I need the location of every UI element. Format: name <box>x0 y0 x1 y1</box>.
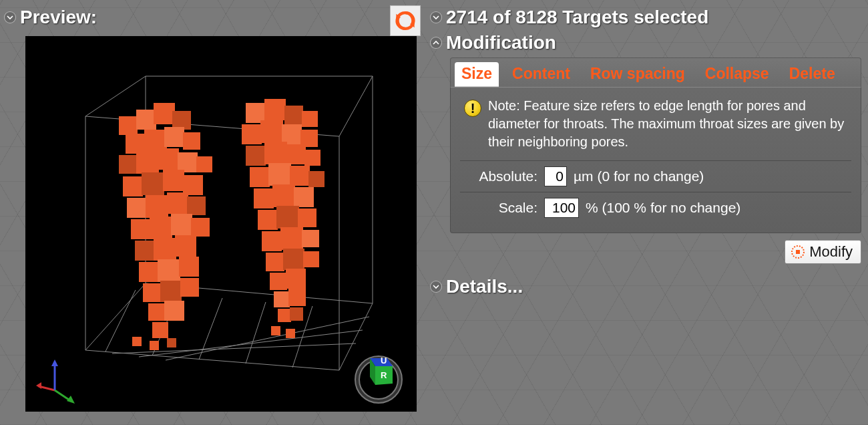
svg-rect-52 <box>250 167 270 187</box>
svg-rect-62 <box>262 231 282 251</box>
view-cube[interactable]: U R <box>350 346 407 404</box>
tab-row-spacing[interactable]: Row spacing <box>584 62 692 87</box>
svg-rect-56 <box>254 188 274 208</box>
svg-rect-72 <box>278 309 291 322</box>
svg-rect-57 <box>272 184 295 207</box>
tab-content[interactable]: Content <box>505 62 577 87</box>
tab-collapse[interactable]: Collapse <box>698 62 776 87</box>
svg-rect-48 <box>246 146 266 166</box>
chevron-down-icon[interactable] <box>430 11 442 23</box>
absolute-label: Absolute: <box>464 168 537 184</box>
svg-rect-40 <box>246 103 266 123</box>
svg-rect-22 <box>150 217 172 239</box>
svg-rect-8 <box>119 155 138 174</box>
svg-rect-7 <box>183 132 200 150</box>
axis-gizmo[interactable] <box>35 357 81 404</box>
svg-marker-77 <box>36 382 41 389</box>
chevron-up-icon[interactable] <box>430 37 442 49</box>
modification-header[interactable]: Modification <box>430 32 861 53</box>
note-text: Note: Feature size refers to edge length… <box>488 97 847 151</box>
svg-rect-66 <box>283 249 304 270</box>
scale-row: Scale: % (100 % for no change) <box>460 192 851 223</box>
preview-viewport[interactable]: U R <box>25 36 417 412</box>
svg-rect-55 <box>308 171 324 187</box>
targets-selected-label: 2714 of 8128 Targets selected <box>446 7 708 28</box>
svg-rect-50 <box>286 144 306 164</box>
targets-header[interactable]: 2714 of 8128 Targets selected <box>430 7 861 28</box>
preview-title-text: Preview: <box>20 7 97 28</box>
svg-rect-75 <box>286 329 295 338</box>
svg-rect-26 <box>154 238 176 261</box>
svg-rect-73 <box>290 307 303 321</box>
svg-rect-23 <box>171 214 192 235</box>
svg-rect-33 <box>180 278 199 297</box>
svg-rect-21 <box>131 219 151 239</box>
details-header[interactable]: Details... <box>430 276 861 297</box>
svg-rect-68 <box>270 273 287 290</box>
svg-rect-6 <box>164 127 184 147</box>
svg-rect-60 <box>276 206 299 229</box>
svg-rect-69 <box>286 269 306 289</box>
svg-rect-1 <box>136 110 156 130</box>
svg-rect-27 <box>175 235 196 257</box>
svg-rect-16 <box>183 175 203 195</box>
right-pane: 2714 of 8128 Targets selected Modificati… <box>427 0 868 425</box>
svg-rect-9 <box>136 151 159 174</box>
svg-rect-43 <box>302 111 318 127</box>
svg-rect-45 <box>260 120 283 143</box>
tab-size[interactable]: Size <box>455 62 499 87</box>
svg-rect-36 <box>152 322 168 338</box>
modify-button-label: Modify <box>809 243 853 261</box>
scale-input[interactable] <box>544 198 579 218</box>
svg-rect-37 <box>132 337 142 346</box>
svg-rect-39 <box>167 338 176 347</box>
svg-rect-42 <box>284 106 303 124</box>
svg-rect-38 <box>150 341 159 350</box>
modification-tabs: Size Content Row spacing Collapse Delete <box>450 57 861 87</box>
absolute-input[interactable] <box>544 166 567 186</box>
svg-rect-28 <box>139 262 159 282</box>
svg-rect-51 <box>304 150 320 166</box>
svg-rect-41 <box>264 99 286 120</box>
preview-header[interactable]: Preview: <box>4 7 390 28</box>
svg-rect-65 <box>266 253 284 271</box>
svg-rect-29 <box>158 259 180 282</box>
svg-rect-4 <box>126 134 146 154</box>
viewcube-top-label: U <box>381 356 387 366</box>
svg-marker-81 <box>67 396 75 404</box>
refresh-button[interactable] <box>390 5 421 36</box>
modify-icon <box>791 245 805 259</box>
chevron-down-icon[interactable] <box>4 11 16 23</box>
absolute-row: Absolute: µm (0 for no change) <box>460 160 851 192</box>
left-pane: Preview: <box>0 0 427 425</box>
chevron-down-icon[interactable] <box>430 281 442 293</box>
svg-rect-70 <box>274 291 290 307</box>
svg-rect-13 <box>123 176 143 196</box>
svg-rect-10 <box>158 148 179 170</box>
warning-icon: ! <box>464 100 481 117</box>
scale-unit-hint: % (100 % for no change) <box>586 200 740 216</box>
svg-rect-53 <box>268 163 291 186</box>
svg-rect-63 <box>280 227 303 250</box>
svg-rect-67 <box>303 251 319 267</box>
svg-rect-46 <box>282 124 302 144</box>
details-title: Details... <box>446 276 523 297</box>
svg-rect-3 <box>172 111 191 130</box>
viewcube-front-label: R <box>381 370 387 380</box>
svg-rect-34 <box>148 303 166 321</box>
absolute-unit-hint: µm (0 for no change) <box>574 168 704 184</box>
svg-rect-15 <box>163 170 184 191</box>
svg-rect-64 <box>302 230 319 247</box>
svg-rect-17 <box>127 198 147 218</box>
svg-rect-25 <box>135 241 155 261</box>
tab-delete[interactable]: Delete <box>783 62 842 87</box>
note-row: ! Note: Feature size refers to edge leng… <box>460 94 851 160</box>
svg-rect-88 <box>796 250 800 254</box>
svg-rect-32 <box>160 281 182 302</box>
svg-rect-61 <box>298 208 316 227</box>
svg-rect-19 <box>167 192 188 214</box>
modify-button[interactable]: Modify <box>785 240 861 264</box>
svg-rect-30 <box>179 257 199 277</box>
svg-rect-59 <box>258 210 278 230</box>
modification-panel: Size Content Row spacing Collapse Delete… <box>450 57 861 264</box>
